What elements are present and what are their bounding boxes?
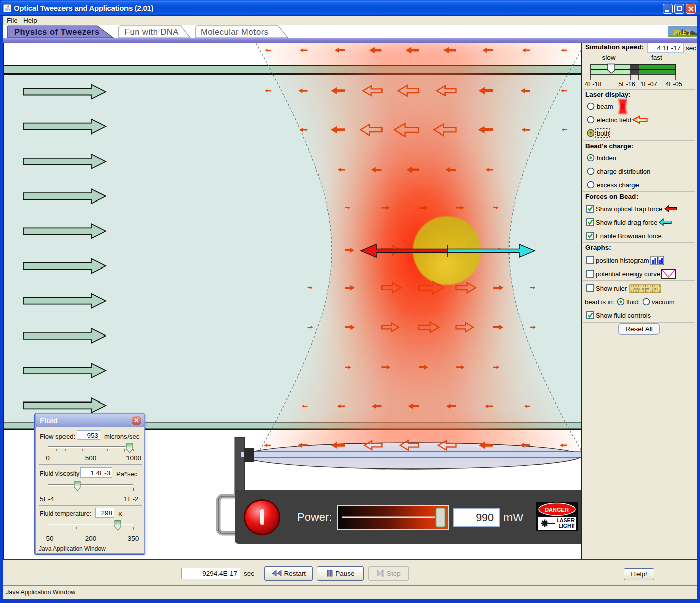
svg-text:Show ruler: Show ruler	[596, 285, 627, 292]
svg-text:fluid: fluid	[626, 298, 639, 306]
svg-text:PhET: PhET	[673, 28, 692, 36]
svg-text:0 nm: 0 nm	[642, 287, 649, 291]
svg-text:Show fluid drag force: Show fluid drag force	[596, 219, 657, 226]
svg-text:slow: slow	[602, 54, 615, 61]
svg-text:mW: mW	[503, 511, 523, 524]
svg-text:4E-18: 4E-18	[585, 81, 601, 88]
svg-text:Reset All: Reset All	[625, 325, 652, 333]
svg-text:Enable Brownian force: Enable Brownian force	[596, 232, 662, 240]
svg-text:100: 100	[652, 287, 658, 291]
svg-text:5E-16: 5E-16	[618, 81, 635, 88]
svg-text:Graphs:: Graphs:	[585, 244, 611, 251]
svg-text:potential energy curve: potential energy curve	[596, 270, 660, 278]
svg-text:Laser display:: Laser display:	[585, 91, 631, 98]
svg-text:bead is in:: bead is in:	[585, 298, 614, 306]
svg-text:Simulation speed:: Simulation speed:	[585, 43, 644, 51]
svg-text:excess charge: excess charge	[597, 181, 639, 189]
svg-text:990: 990	[476, 512, 494, 524]
svg-text:Bead's charge:: Bead's charge:	[585, 142, 633, 150]
svg-text:electric field: electric field	[597, 116, 631, 124]
svg-text:beam: beam	[597, 103, 613, 110]
svg-text:1E-07: 1E-07	[640, 81, 657, 88]
svg-text:hidden: hidden	[597, 154, 616, 162]
svg-text:vacuum: vacuum	[652, 298, 675, 306]
svg-text:Show optical trap force: Show optical trap force	[596, 205, 662, 213]
svg-text:charge distribution: charge distribution	[597, 168, 650, 175]
svg-text:position histogram: position histogram	[596, 257, 649, 264]
svg-text:sec: sec	[686, 44, 696, 52]
svg-text:Physics of Tweezers: Physics of Tweezers	[14, 27, 100, 36]
svg-text:Molecular Motors: Molecular Motors	[201, 27, 269, 36]
svg-text:4E-05: 4E-05	[665, 81, 682, 88]
svg-text:Fun with DNA: Fun with DNA	[124, 27, 179, 36]
svg-text:Show fluid controls: Show fluid controls	[596, 312, 651, 319]
svg-text:LIGHT: LIGHT	[559, 523, 575, 529]
svg-text:DANGER: DANGER	[545, 507, 569, 513]
svg-text:Forces on Bead:: Forces on Bead:	[585, 193, 639, 200]
svg-text:fast: fast	[651, 54, 662, 61]
svg-text:4.1E-17: 4.1E-17	[657, 44, 681, 52]
svg-text:Power:: Power:	[297, 511, 332, 523]
svg-text:-100: -100	[632, 287, 639, 291]
svg-text:both: both	[597, 129, 609, 137]
